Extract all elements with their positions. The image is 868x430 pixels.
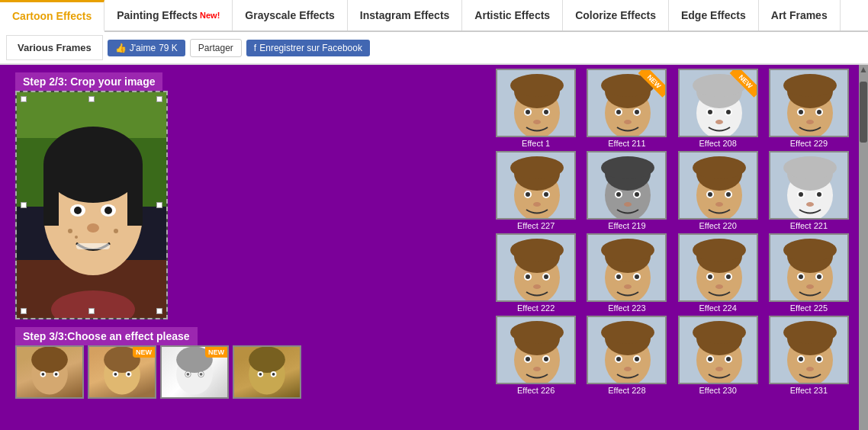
- effect-thumb-14: [678, 316, 758, 384]
- svg-point-59: [624, 120, 632, 124]
- effect-thumb-3: [769, 69, 849, 137]
- bottom-thumb-1[interactable]: NEW: [88, 345, 156, 399]
- effect-label-5: Effect 219: [608, 221, 645, 230]
- effect-item-5[interactable]: Effect 219: [583, 151, 670, 230]
- svg-point-153: [510, 321, 564, 344]
- effect-label-9: Effect 223: [608, 303, 645, 313]
- bottom-thumb-2[interactable]: NEW: [160, 345, 229, 399]
- bottom-thumb-2-new: NEW: [205, 347, 227, 358]
- svg-point-86: [533, 202, 541, 207]
- left-panel: Step 2/3: Crop your image: [0, 65, 488, 430]
- effect-item-8[interactable]: Effect 222: [492, 233, 580, 313]
- svg-point-95: [624, 202, 632, 207]
- effect-new-badge-2: [726, 70, 757, 101]
- svg-point-174: [708, 357, 712, 361]
- svg-point-126: [601, 239, 654, 262]
- effect-label-13: Effect 228: [608, 386, 645, 395]
- effect-item-7[interactable]: Effect 221: [765, 151, 853, 230]
- svg-point-104: [715, 202, 723, 207]
- effect-item-10[interactable]: Effect 224: [674, 233, 762, 313]
- step2-label: Step 2/3: Crop your image: [15, 72, 162, 91]
- bottom-thumb-img-3: [234, 347, 300, 397]
- effect-new-badge-1: [635, 70, 665, 101]
- tab-painting[interactable]: Painting Effects New!: [104, 0, 233, 30]
- crop-handle-tl[interactable]: [21, 96, 27, 102]
- tab-artistic[interactable]: Artistic Effects: [462, 0, 563, 30]
- svg-point-112: [817, 192, 821, 197]
- svg-point-29: [127, 373, 130, 376]
- tab-artframes[interactable]: Art Frames: [759, 0, 841, 30]
- svg-point-16: [114, 229, 118, 233]
- effect-thumb-12: [496, 316, 576, 384]
- svg-point-157: [544, 357, 548, 361]
- crop-container[interactable]: [15, 91, 168, 319]
- main-area: Step 2/3: Crop your image: [0, 65, 868, 430]
- svg-point-57: [616, 110, 621, 114]
- fb-save-button[interactable]: f Enregistrer sur Facebook: [246, 40, 370, 56]
- effect-item-14[interactable]: Effect 230: [674, 316, 762, 395]
- svg-point-48: [526, 110, 530, 114]
- crop-handle-tr[interactable]: [156, 96, 162, 102]
- effect-item-9[interactable]: Effect 223: [583, 233, 670, 313]
- tab-grayscale-label: Grayscale Effects: [245, 9, 335, 21]
- crop-handle-bm[interactable]: [88, 308, 95, 314]
- scroll-thumb[interactable]: [860, 82, 867, 143]
- svg-point-175: [726, 357, 731, 361]
- effect-item-11[interactable]: Effect 225: [765, 233, 853, 313]
- effect-thumb-10: [678, 233, 758, 302]
- effect-label-8: Effect 222: [517, 303, 555, 313]
- svg-point-130: [635, 274, 639, 279]
- various-frames-tab[interactable]: Various Frames: [6, 35, 103, 60]
- svg-point-171: [693, 321, 746, 344]
- tab-colorize[interactable]: Colorize Effects: [563, 0, 669, 30]
- like-count: 79 K: [159, 43, 178, 53]
- svg-point-84: [526, 192, 530, 197]
- effect-label-4: Effect 227: [517, 221, 555, 230]
- crop-handle-tm[interactable]: [88, 96, 95, 102]
- effect-item-15[interactable]: Effect 231: [765, 316, 853, 395]
- scrollbar[interactable]: ▲ ▼: [859, 65, 868, 430]
- effect-thumb-13: [587, 316, 667, 384]
- svg-point-81: [510, 156, 564, 179]
- svg-point-15: [75, 236, 78, 239]
- svg-point-75: [799, 110, 803, 114]
- effect-item-3[interactable]: Effect 229: [765, 69, 853, 148]
- effect-item-0[interactable]: Effect 1: [492, 69, 580, 148]
- crop-handle-bl[interactable]: [21, 308, 27, 314]
- svg-point-28: [114, 373, 117, 376]
- svg-point-140: [715, 284, 723, 289]
- tab-edge[interactable]: Edge Effects: [669, 0, 759, 30]
- crop-handle-mr[interactable]: [156, 202, 162, 208]
- svg-point-131: [624, 284, 632, 289]
- tab-grayscale[interactable]: Grayscale Effects: [233, 0, 348, 30]
- effect-item-6[interactable]: Effect 220: [674, 151, 762, 230]
- crop-handle-br[interactable]: [156, 308, 162, 314]
- svg-point-99: [693, 156, 746, 179]
- bottom-thumb-3[interactable]: [233, 345, 301, 399]
- svg-point-167: [624, 367, 632, 371]
- effect-label-12: Effect 226: [517, 386, 555, 395]
- effect-thumb-8: [496, 233, 576, 302]
- effect-item-1[interactable]: Effect 211: [583, 69, 670, 148]
- svg-point-68: [715, 120, 723, 124]
- tab-cartoon-label: Cartoon Effects: [12, 10, 92, 22]
- svg-point-85: [544, 192, 548, 197]
- svg-point-144: [783, 239, 837, 262]
- svg-point-139: [726, 274, 731, 279]
- effect-item-2[interactable]: Effect 208: [674, 69, 762, 148]
- effect-thumb-15: [769, 316, 849, 384]
- effect-item-4[interactable]: Effect 227: [492, 151, 580, 230]
- tab-instagram[interactable]: Instagram Effects: [348, 0, 462, 30]
- svg-point-117: [510, 239, 564, 262]
- tab-cartoon[interactable]: Cartoon Effects: [0, 0, 104, 32]
- bottom-thumb-0[interactable]: [15, 345, 84, 399]
- effect-label-15: Effect 231: [790, 386, 828, 395]
- effect-item-13[interactable]: Effect 228: [583, 316, 670, 395]
- scroll-up-arrow[interactable]: ▲: [859, 65, 868, 74]
- crop-handle-ml[interactable]: [21, 202, 27, 208]
- effect-item-12[interactable]: Effect 226: [492, 316, 580, 395]
- svg-point-93: [616, 192, 621, 197]
- fb-like-button[interactable]: 👍 J'aime 79 K: [108, 40, 185, 56]
- fb-share-button[interactable]: Partager: [190, 39, 242, 57]
- effect-thumb-4: [496, 151, 576, 220]
